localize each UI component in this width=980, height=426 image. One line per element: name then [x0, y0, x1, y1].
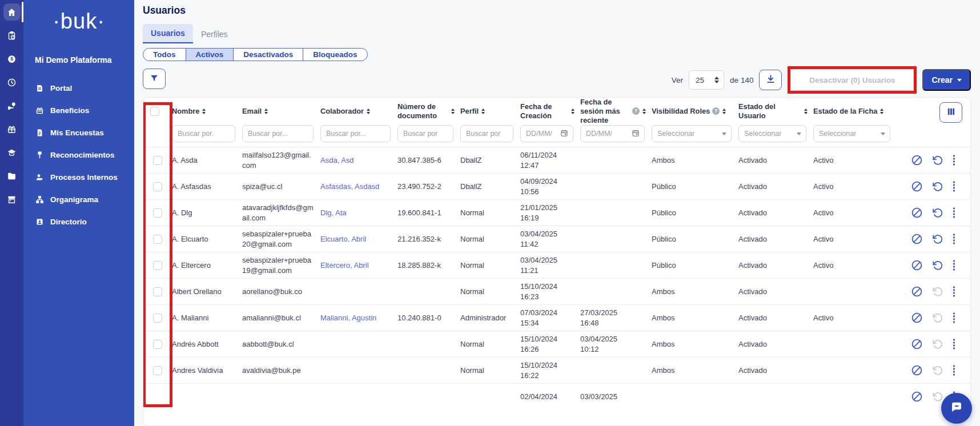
- sort-icon[interactable]: [571, 108, 575, 114]
- filter-select[interactable]: Seleccionar: [738, 125, 806, 142]
- row-menu-button[interactable]: [953, 260, 955, 271]
- colaborador-link[interactable]: Asda, Asd: [320, 156, 354, 164]
- rail-item-wellness[interactable]: [0, 94, 23, 117]
- sort-icon[interactable]: [722, 108, 726, 114]
- tab-usuarios[interactable]: Usuarios: [143, 24, 193, 43]
- row-checkbox[interactable]: [153, 366, 162, 375]
- sort-icon[interactable]: [367, 108, 370, 114]
- column-settings-button[interactable]: [939, 102, 962, 123]
- icon-rail: $: [0, 0, 23, 426]
- deactivate-user-button[interactable]: [911, 259, 923, 271]
- rail-item-time[interactable]: [0, 71, 23, 94]
- colaborador-link[interactable]: Dlg, Ata: [320, 208, 347, 217]
- filter-select[interactable]: Seleccionar: [652, 125, 732, 142]
- organigrama-icon: [35, 195, 44, 204]
- filter-date-input[interactable]: DD/MM/: [520, 125, 573, 142]
- main-content: Usuarios UsuariosPerfiles TodosActivosDe…: [134, 0, 980, 426]
- page-size-select[interactable]: 25: [689, 70, 724, 90]
- sort-icon[interactable]: [642, 108, 646, 114]
- sidebar-item-directorio[interactable]: Directorio: [23, 211, 134, 233]
- filter-text-input[interactable]: Buscar por: [460, 125, 513, 142]
- row-checkbox[interactable]: [153, 235, 162, 244]
- row-checkbox[interactable]: [153, 287, 162, 296]
- rail-item-marketplace[interactable]: [0, 188, 23, 211]
- deactivate-user-button[interactable]: [911, 364, 923, 376]
- sort-icon[interactable]: [451, 108, 455, 114]
- colaborador-link[interactable]: Asfasdas, Asdasd: [320, 182, 379, 191]
- info-icon[interactable]: ?: [632, 107, 640, 115]
- kebab-icon: [953, 155, 955, 166]
- filter-text-input[interactable]: Buscar por.: [172, 125, 235, 142]
- reset-password-button[interactable]: [932, 181, 943, 192]
- reset-password-button[interactable]: [932, 234, 943, 245]
- sidebar-item-beneficios[interactable]: Beneficios: [23, 99, 134, 122]
- row-menu-button[interactable]: [953, 286, 955, 297]
- cell-documento: 30.847.385-6: [397, 155, 460, 166]
- deactivate-user-button[interactable]: [911, 180, 923, 192]
- colaborador-link[interactable]: Malianni, Agustin: [320, 314, 376, 322]
- sidebar-item-organigrama[interactable]: Organigrama: [23, 188, 134, 211]
- row-menu-button[interactable]: [953, 339, 955, 349]
- colaborador-link[interactable]: Elcuarto, Abril: [320, 235, 366, 243]
- deactivate-user-button[interactable]: [911, 154, 923, 166]
- filter-text-input[interactable]: Buscar por: [397, 125, 453, 142]
- deactivate-user-button[interactable]: [911, 338, 923, 350]
- columns-icon: [946, 107, 956, 118]
- row-checkbox[interactable]: [153, 182, 162, 191]
- row-checkbox[interactable]: [153, 208, 162, 218]
- deactivate-users-button[interactable]: Desactivar (0) Usuarios: [790, 69, 914, 91]
- sidebar-item-procesos[interactable]: Procesos Internos: [23, 166, 134, 188]
- chat-fab[interactable]: [941, 393, 972, 424]
- rail-item-training[interactable]: [0, 141, 23, 164]
- row-menu-button[interactable]: [953, 155, 955, 166]
- row-menu-button[interactable]: [953, 181, 955, 192]
- reset-password-button[interactable]: [932, 260, 943, 271]
- deactivate-user-button[interactable]: [911, 312, 923, 324]
- rail-item-documents[interactable]: [0, 164, 23, 187]
- cell-fecha-creacion: 04/09/202410:56: [520, 176, 580, 196]
- sort-icon[interactable]: [202, 108, 206, 114]
- row-checkbox[interactable]: [153, 340, 162, 349]
- create-button[interactable]: Crear: [922, 69, 971, 91]
- row-menu-button[interactable]: [953, 365, 955, 376]
- sort-icon[interactable]: [880, 108, 883, 114]
- calendar-icon: [558, 129, 568, 139]
- row-menu-button[interactable]: [953, 312, 955, 323]
- filter-button[interactable]: [143, 69, 166, 89]
- sort-icon[interactable]: [264, 108, 268, 114]
- sidebar-item-portal[interactable]: Portal: [23, 77, 134, 99]
- rail-item-tasks[interactable]: [0, 24, 23, 47]
- select-all-checkbox[interactable]: [150, 107, 159, 116]
- rail-item-home[interactable]: [0, 1, 23, 23]
- filter-select[interactable]: Seleccionar: [813, 125, 890, 142]
- row-menu-button[interactable]: [953, 234, 955, 244]
- kebab-icon: [953, 234, 955, 244]
- reset-password-button[interactable]: [932, 207, 943, 219]
- deactivate-user-button[interactable]: [911, 391, 923, 403]
- colaborador-link[interactable]: Eltercero, Abril: [320, 261, 369, 270]
- sidebar-item-encuestas[interactable]: Mis Encuestas: [23, 122, 134, 144]
- segment-desactivados[interactable]: Desactivados: [233, 49, 303, 61]
- deactivate-user-button[interactable]: [911, 207, 923, 219]
- sort-icon[interactable]: [804, 108, 808, 114]
- reset-password-button[interactable]: [932, 155, 943, 166]
- segment-bloqueados[interactable]: Bloqueados: [303, 49, 367, 61]
- filter-date-input[interactable]: DD/MM/: [580, 125, 645, 142]
- deactivate-user-button[interactable]: [911, 233, 923, 245]
- info-icon[interactable]: ?: [712, 107, 720, 115]
- row-checkbox[interactable]: [153, 156, 162, 165]
- row-menu-button[interactable]: [953, 207, 955, 218]
- segment-todos[interactable]: Todos: [143, 49, 186, 61]
- deactivate-user-button[interactable]: [911, 286, 923, 298]
- rail-item-benefits[interactable]: [0, 118, 23, 140]
- sort-icon[interactable]: [481, 108, 485, 114]
- download-button[interactable]: [759, 70, 782, 90]
- rail-item-payments[interactable]: $: [0, 47, 23, 70]
- row-checkbox[interactable]: [153, 261, 162, 270]
- filter-text-input[interactable]: Buscar por...: [242, 125, 314, 142]
- tab-perfiles[interactable]: Perfiles: [193, 25, 236, 43]
- sidebar-item-reconocimientos[interactable]: Reconocimientos: [23, 144, 134, 166]
- filter-text-input[interactable]: Buscar por...: [320, 125, 391, 142]
- row-checkbox[interactable]: [153, 314, 162, 323]
- segment-activos[interactable]: Activos: [186, 49, 234, 61]
